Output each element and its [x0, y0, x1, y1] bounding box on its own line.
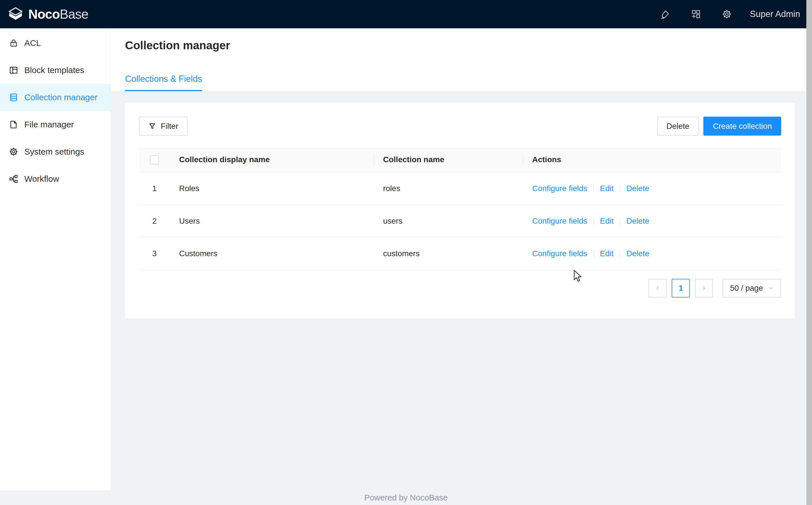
next-page-button[interactable]	[695, 279, 713, 298]
delete-button[interactable]: Delete	[657, 117, 699, 136]
filter-button[interactable]: Filter	[139, 117, 188, 136]
configure-fields-link[interactable]: Configure fields	[532, 184, 587, 193]
row-index: 1	[139, 172, 170, 205]
cell-actions: Configure fieldsEditDelete	[523, 172, 781, 205]
row-index: 3	[139, 237, 170, 270]
edit-link[interactable]: Edit	[600, 184, 614, 193]
row-index: 2	[139, 205, 170, 237]
prev-page-button[interactable]	[648, 279, 666, 298]
sidebar-item-block-templates[interactable]: Block templates	[0, 57, 110, 84]
page-size-value: 50 / page	[730, 284, 763, 293]
sidebar-item-file-manager[interactable]: File manager	[0, 111, 110, 138]
partition-icon	[8, 174, 19, 184]
sidebar-item-workflow[interactable]: Workflow	[0, 165, 110, 192]
tab-collections-and-fields[interactable]: Collections & Fields	[125, 74, 202, 91]
sidebar-item-label: Block templates	[24, 65, 84, 75]
page-size-select[interactable]: 50 / page	[723, 279, 781, 298]
sidebar-item-system-settings[interactable]: System settings	[0, 138, 110, 165]
lock-icon	[8, 38, 19, 48]
database-icon	[8, 92, 19, 103]
select-all-checkbox[interactable]	[150, 155, 159, 164]
cell-display-name: Customers	[170, 237, 374, 270]
create-collection-button[interactable]: Create collection	[703, 117, 781, 136]
vertical-scrollbar[interactable]	[806, 0, 812, 505]
tab-bar: Collections & Fields	[125, 74, 798, 91]
delete-link[interactable]: Delete	[626, 249, 649, 258]
sidebar-item-label: File manager	[24, 120, 74, 129]
collections-card: Filter Delete Create collection Collecti…	[125, 103, 795, 318]
gear-icon	[8, 147, 19, 157]
filter-button-label: Filter	[161, 122, 178, 131]
col-collection-name: Collection name	[374, 148, 523, 172]
main-area: Collection manager Collections & Fields …	[111, 28, 812, 490]
edit-link[interactable]: Edit	[600, 249, 614, 258]
topbar: NocoBase Super Admin	[0, 0, 812, 28]
cell-collection-name: users	[374, 205, 523, 237]
edit-link[interactable]: Edit	[600, 216, 614, 225]
nocobase-logo[interactable]: NocoBase	[7, 6, 88, 22]
user-menu[interactable]: Super Admin	[750, 9, 800, 19]
filter-icon	[148, 122, 156, 130]
appstore-add-icon[interactable]	[686, 4, 707, 25]
page-header: Collection manager Collections & Fields	[111, 28, 812, 92]
delete-link[interactable]: Delete	[626, 184, 649, 193]
pagination: 1 50 / page	[139, 279, 781, 298]
chevron-down-icon	[768, 285, 774, 291]
page-1-button[interactable]: 1	[672, 279, 690, 298]
collections-table: Collection display name Collection name …	[139, 148, 781, 270]
col-actions: Actions	[523, 148, 781, 172]
chevron-left-icon	[654, 285, 660, 291]
highlight-icon[interactable]	[655, 4, 676, 25]
cell-collection-name: roles	[374, 172, 523, 205]
sidebar-item-label: System settings	[24, 147, 84, 157]
sidebar-item-label: Workflow	[24, 174, 59, 184]
page-title: Collection manager	[125, 28, 798, 52]
cell-collection-name: customers	[374, 237, 523, 270]
app-body: ACL Block templates Collect	[0, 28, 812, 490]
footer: Powered by NocoBase	[0, 490, 812, 505]
table-header-row: Collection display name Collection name …	[139, 148, 781, 172]
table-row: 3 Customers customers Configure fieldsEd…	[139, 237, 781, 270]
chevron-right-icon	[701, 285, 707, 291]
logo-text-light: Base	[60, 7, 88, 21]
sidebar-item-label: Collection manager	[24, 93, 97, 102]
topbar-actions: Super Admin	[645, 4, 800, 25]
cell-actions: Configure fieldsEditDelete	[523, 237, 781, 270]
file-icon	[8, 120, 19, 130]
layout-icon	[8, 65, 19, 75]
content-area: Filter Delete Create collection Collecti…	[111, 92, 812, 490]
configure-fields-link[interactable]: Configure fields	[532, 216, 587, 225]
configure-fields-link[interactable]: Configure fields	[532, 249, 587, 258]
sidebar-item-label: ACL	[24, 38, 41, 48]
logo-text: NocoBase	[28, 6, 88, 22]
card-toolbar: Filter Delete Create collection	[139, 117, 781, 136]
col-display-name: Collection display name	[170, 148, 374, 172]
table-row: 1 Roles roles Configure fieldsEditDelete	[139, 172, 781, 205]
action-separator	[620, 185, 620, 193]
cell-display-name: Users	[170, 205, 374, 237]
action-separator	[620, 250, 620, 258]
sidebar: ACL Block templates Collect	[0, 28, 111, 490]
logo-text-bold: Noco	[28, 7, 60, 21]
setting-icon[interactable]	[716, 4, 738, 25]
sidebar-item-acl[interactable]: ACL	[0, 29, 110, 57]
cell-display-name: Roles	[170, 172, 374, 205]
action-separator	[620, 217, 620, 225]
cell-actions: Configure fieldsEditDelete	[523, 205, 781, 237]
nocobase-cube-icon	[7, 7, 24, 21]
toolbar-right: Delete Create collection	[657, 117, 781, 136]
sidebar-item-collection-manager[interactable]: Collection manager	[0, 84, 110, 111]
delete-link[interactable]: Delete	[626, 216, 649, 225]
table-row: 2 Users users Configure fieldsEditDelete	[139, 205, 781, 237]
select-all-cell	[139, 148, 170, 172]
